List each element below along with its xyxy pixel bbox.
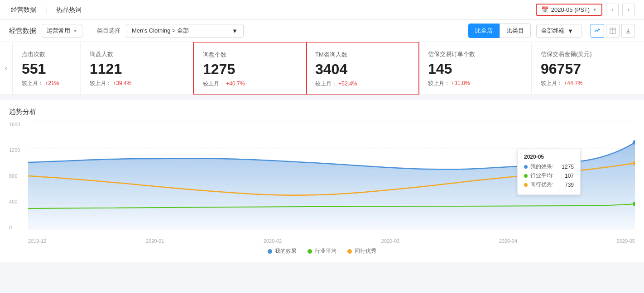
change-label: 较上月： [541,80,562,86]
metric-title-tm-consult: TM咨询人数 [315,51,409,59]
metric-value-orders: 145 [428,61,522,77]
change-value: +31.8% [451,80,470,86]
x-label-202004: 2020-04 [499,238,517,244]
download-icon [625,28,631,34]
peer-dot [524,183,528,187]
change-label: 较上月： [315,80,337,87]
metric-card-clicks: 点击次数 551 较上月： +21% [13,42,81,95]
metric-card-amount: 信保交易金额(美元) 96757 较上月： +44.7% [532,42,644,95]
x-label-202001: 2020-01 [146,238,164,244]
chevron-down-icon: ▼ [592,7,597,12]
trend-section: 趋势分析 1600 1200 800 400 0 [0,100,644,262]
metric-title-clicks: 点击次数 [22,50,71,58]
prev-month-button[interactable]: ‹ [606,4,619,16]
legend-avg-dot [308,249,312,254]
metric-card-orders: 信保交易订单个数 145 较上月： +31.8% [419,42,532,95]
metric-change-tm-consult: 较上月： +52.4% [315,80,409,88]
tooltip-avg-label: 行业平均: [530,172,553,180]
metric-value-amount: 96757 [541,61,635,77]
chevron-down-icon: ▼ [567,28,573,34]
chart-legend: 我的效果 行业平均 同行优秀 [9,247,635,255]
date-selector[interactable]: 📅 2020-05 (PST) ▼ [536,4,602,16]
metric-title-inquiry-count: 询盘个数 [203,51,297,59]
chevron-down-icon: ▼ [73,28,77,33]
nav-divider: | [45,6,47,14]
date-label: 2020-05 (PST) [551,6,590,13]
tooltip-peer-label: 同行优秀: [530,181,553,189]
operation-label: 运营常用 [47,27,70,35]
metric-title-orders: 信保交易订单个数 [428,50,522,58]
tooltip-row-peer: 同行优秀: 739 [524,181,574,189]
operation-dropdown[interactable]: 运营常用 ▼ [42,24,82,38]
change-label: 较上月： [203,80,225,87]
terminal-label: 全部终端 [541,27,565,35]
nav-item-operations[interactable]: 经营数据 [9,6,38,14]
change-label: 较上月： [22,80,43,86]
tab-compare-category[interactable]: 比类目 [500,24,531,38]
change-label: 较上月： [90,80,111,86]
sub-header-title: 经营数据 [9,27,36,35]
nav-item-hotproducts[interactable]: 热品热词 [54,6,83,14]
category-selector[interactable]: Men's Clothing > 全部 ▼ [126,24,244,38]
tooltip-avg-val: 107 [565,173,574,179]
legend-my: 我的效果 [268,247,297,255]
metric-card-inquiries: 询盘人数 1121 较上月： +39.4% [81,42,193,95]
table-view-button[interactable] [606,24,620,38]
category-value: Men's Clothing > 全部 [132,27,189,35]
legend-peer: 同行优秀 [347,247,376,255]
legend-avg-label: 行业平均 [315,247,336,255]
chevron-down-icon: ▼ [232,28,238,34]
y-label-0: 0 [9,225,27,230]
change-value: +40.7% [226,80,245,87]
tooltip-peer-val: 739 [565,182,574,188]
chart-area: 1600 1200 800 400 0 [9,122,635,244]
metric-value-clicks: 551 [22,61,71,77]
next-month-button[interactable]: › [622,4,635,16]
metric-card-inquiry-count: 询盘个数 1275 较上月： +40.7% [193,42,307,95]
tooltip-row-avg: 行业平均: 107 [524,172,574,180]
legend-avg: 行业平均 [308,247,336,255]
chart-view-button[interactable] [591,24,604,38]
metrics-container: ‹ 点击次数 551 较上月： +21% 询盘人数 1121 较上月： +39.… [0,42,644,95]
avg-dot [524,174,528,178]
tab-compare-store[interactable]: 比全店 [468,24,500,38]
view-icons [591,24,635,38]
sub-header: 经营数据 运营常用 ▼ 类目选择 Men's Clothing > 全部 ▼ 比… [0,20,644,42]
metric-value-inquiry-count: 1275 [203,61,297,77]
metrics-scroll-left[interactable]: ‹ [0,42,13,95]
change-value: +39.4% [113,80,131,86]
x-label-201912: 2019-12 [28,238,46,244]
top-nav-right: 📅 2020-05 (PST) ▼ ‹ › [536,4,635,16]
y-label-400: 400 [9,199,27,204]
x-label-202003: 2020-03 [381,238,399,244]
metric-change-inquiry-count: 较上月： +40.7% [203,80,297,88]
calendar-icon: 📅 [541,6,548,13]
terminal-dropdown[interactable]: 全部终端 ▼ [536,24,582,38]
legend-peer-dot [347,249,352,254]
x-label-202002: 2020-02 [264,238,282,244]
trend-title: 趋势分析 [9,108,635,116]
category-label: 类目选择 [97,27,120,35]
legend-my-dot [268,249,272,254]
metric-value-inquiries: 1121 [90,61,184,77]
metric-change-amount: 较上月： +44.7% [541,80,635,87]
y-axis: 1600 1200 800 400 0 [9,122,27,230]
tab-group: 比全店 比类目 [468,24,531,38]
top-nav-left: 经营数据 | 热品热词 [9,6,83,14]
metric-change-inquiries: 较上月： +39.4% [90,80,184,87]
line-chart-icon [594,28,601,34]
metric-change-orders: 较上月： +31.8% [428,80,522,87]
legend-peer-label: 同行优秀 [355,247,376,255]
legend-my-label: 我的效果 [275,247,297,255]
y-label-1600: 1600 [9,122,27,127]
tooltip-my-val: 1275 [562,164,574,170]
download-button[interactable] [621,24,635,38]
metric-change-clicks: 较上月： +21% [22,80,71,87]
x-axis: 2019-12 2020-01 2020-02 2020-03 2020-04 … [28,238,635,244]
x-label-202005: 2020-05 [617,238,635,244]
tooltip-date: 2020-05 [524,154,574,160]
my-performance-dot [524,165,528,169]
table-icon [610,28,616,34]
tooltip-row-my: 我的效果: 1275 [524,163,574,170]
y-label-800: 800 [9,173,27,179]
